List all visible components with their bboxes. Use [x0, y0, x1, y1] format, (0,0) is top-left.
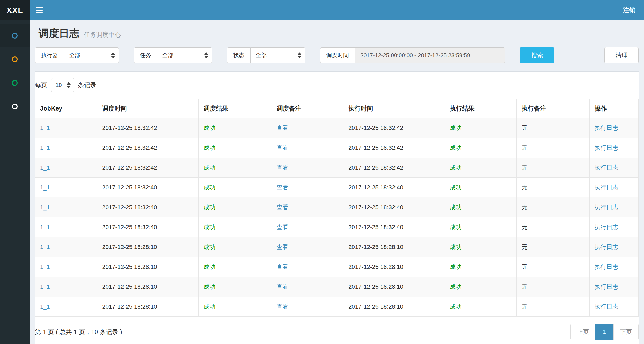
- job-key-link[interactable]: 1_1: [40, 303, 50, 310]
- trigger-msg-link[interactable]: 查看: [277, 125, 288, 131]
- cell-action: 执行日志: [589, 197, 638, 217]
- job-key-link[interactable]: 1_1: [40, 125, 50, 131]
- column-header-7: 执行备注: [517, 99, 590, 118]
- cell-trigger_time: 2017-12-25 18:28:10: [97, 257, 198, 277]
- cell-trigger_result: 成功: [198, 138, 272, 158]
- column-header-1: JobKey: [35, 99, 97, 118]
- trigger-time-value: 2017-12-25 18:32:42: [102, 125, 157, 131]
- trigger-msg-link[interactable]: 查看: [277, 244, 288, 250]
- handle-msg-value: 无: [522, 224, 527, 230]
- cell-action: 执行日志: [589, 217, 638, 237]
- exec-log-link[interactable]: 执行日志: [595, 204, 618, 211]
- hamburger-icon: [36, 7, 43, 13]
- trigger-msg-link[interactable]: 查看: [277, 204, 288, 211]
- cell-handle_result: 成功: [445, 118, 516, 138]
- cell-job_key: 1_1: [35, 138, 97, 158]
- job-key-link[interactable]: 1_1: [40, 144, 50, 151]
- logout-link[interactable]: 注销: [614, 0, 644, 20]
- handle-msg-value: 无: [522, 125, 527, 131]
- executor-select[interactable]: 全部: [64, 47, 119, 63]
- next-page-button[interactable]: 下页: [613, 324, 639, 340]
- table-footer: 第 1 页 ( 总共 1 页，10 条记录 ) 上页 1 下页: [35, 324, 639, 340]
- trigger-msg-link[interactable]: 查看: [277, 184, 288, 191]
- table-row: 1_12017-12-25 18:32:40成功查看2017-12-25 18:…: [35, 217, 639, 237]
- sidebar-toggle-button[interactable]: [30, 0, 49, 20]
- trigger-result-value: 成功: [204, 164, 215, 171]
- cell-trigger_result: 成功: [198, 237, 272, 257]
- select-stepper-icon: [111, 52, 115, 58]
- trigger-msg-link[interactable]: 查看: [277, 224, 288, 230]
- trigger-time-value: 2017-12-25 18:32:42: [102, 144, 157, 151]
- job-select[interactable]: 全部: [157, 47, 212, 63]
- job-key-link[interactable]: 1_1: [40, 283, 50, 290]
- cell-job_key: 1_1: [35, 217, 97, 237]
- status-select-value: 全部: [255, 52, 267, 59]
- exec-log-link[interactable]: 执行日志: [595, 144, 618, 151]
- app-logo[interactable]: XXL: [0, 0, 30, 20]
- table-row: 1_12017-12-25 18:28:10成功查看2017-12-25 18:…: [35, 297, 639, 317]
- select-stepper-icon: [67, 82, 71, 88]
- page-size-value: 10: [56, 82, 62, 88]
- sidebar-item-3[interactable]: [0, 71, 30, 95]
- table-row: 1_12017-12-25 18:32:42成功查看2017-12-25 18:…: [35, 118, 639, 138]
- job-key-link[interactable]: 1_1: [40, 224, 50, 230]
- page-size-select[interactable]: 10: [51, 78, 74, 92]
- trigger-time-value: 2017-12-25 18:32:40: [102, 204, 157, 211]
- trigger-msg-link[interactable]: 查看: [277, 164, 288, 171]
- cell-trigger_result: 成功: [198, 217, 272, 237]
- exec-log-link[interactable]: 执行日志: [595, 125, 618, 131]
- page-subtitle: 任务调度中心: [84, 31, 121, 39]
- sidebar-item-1[interactable]: [0, 24, 30, 47]
- sidebar-item-2[interactable]: [0, 47, 30, 71]
- cell-handle_msg: 无: [517, 178, 590, 197]
- table-row: 1_12017-12-25 18:32:40成功查看2017-12-25 18:…: [35, 178, 639, 197]
- status-select[interactable]: 全部: [250, 47, 305, 63]
- exec-log-link[interactable]: 执行日志: [595, 244, 618, 250]
- cell-job_key: 1_1: [35, 118, 97, 138]
- handle-time-value: 2017-12-25 18:28:10: [348, 264, 403, 270]
- trigger-msg-link[interactable]: 查看: [277, 144, 288, 151]
- trigger-msg-link[interactable]: 查看: [277, 283, 288, 290]
- table-row: 1_12017-12-25 18:28:10成功查看2017-12-25 18:…: [35, 237, 639, 257]
- exec-log-link[interactable]: 执行日志: [595, 283, 618, 290]
- exec-log-link[interactable]: 执行日志: [595, 184, 618, 191]
- sidebar-item-4[interactable]: [0, 95, 30, 118]
- job-key-link[interactable]: 1_1: [40, 164, 50, 171]
- trigger-msg-link[interactable]: 查看: [277, 303, 288, 310]
- cell-trigger_time: 2017-12-25 18:32:42: [97, 118, 198, 138]
- prev-page-button[interactable]: 上页: [570, 324, 596, 340]
- handle-result-value: 成功: [450, 224, 462, 230]
- job-key-link[interactable]: 1_1: [40, 264, 50, 270]
- current-page-button[interactable]: 1: [595, 324, 614, 340]
- cell-trigger_time: 2017-12-25 18:28:10: [97, 237, 198, 257]
- circle-outline-icon: [12, 56, 18, 62]
- trigger-msg-link[interactable]: 查看: [277, 264, 288, 270]
- handle-time-value: 2017-12-25 18:28:10: [348, 303, 403, 310]
- cell-trigger_result: 成功: [198, 118, 272, 138]
- cell-handle_msg: 无: [517, 297, 590, 317]
- job-key-link[interactable]: 1_1: [40, 184, 50, 191]
- clear-button[interactable]: 清理: [604, 47, 639, 63]
- exec-log-link[interactable]: 执行日志: [595, 164, 618, 171]
- cell-job_key: 1_1: [35, 158, 97, 178]
- search-button[interactable]: 搜索: [520, 47, 554, 63]
- trigger-time-range-input[interactable]: 2017-12-25 00:00:00 - 2017-12-25 23:59:5…: [355, 47, 505, 63]
- cell-handle_msg: 无: [517, 217, 590, 237]
- handle-result-value: 成功: [450, 164, 462, 171]
- cell-handle_result: 成功: [445, 237, 516, 257]
- handle-result-value: 成功: [450, 204, 462, 211]
- trigger-result-value: 成功: [204, 144, 215, 151]
- cell-handle_time: 2017-12-25 18:32:42: [343, 138, 445, 158]
- status-filter-label: 状态: [227, 47, 251, 63]
- exec-log-link[interactable]: 执行日志: [595, 303, 618, 310]
- job-key-link[interactable]: 1_1: [40, 244, 50, 250]
- cell-job_key: 1_1: [35, 237, 97, 257]
- handle-time-value: 2017-12-25 18:32:40: [348, 184, 403, 191]
- log-panel: 每页 10 条记录 JobKey调度时间调度结果调度备注执行时间执行结果执行备注…: [35, 71, 639, 344]
- exec-log-link[interactable]: 执行日志: [595, 224, 618, 230]
- trigger-time-value: 2017-12-25 18:28:10: [102, 303, 157, 310]
- cell-handle_time: 2017-12-25 18:28:10: [343, 257, 445, 277]
- exec-log-link[interactable]: 执行日志: [595, 264, 618, 270]
- job-key-link[interactable]: 1_1: [40, 204, 50, 211]
- circle-outline-icon: [12, 104, 18, 109]
